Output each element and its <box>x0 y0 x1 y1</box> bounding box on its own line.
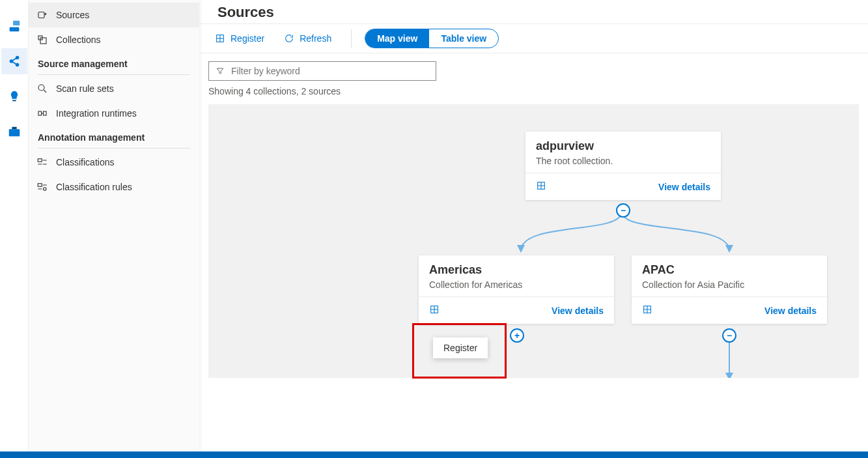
collections-icon <box>36 34 48 46</box>
divider <box>38 74 190 75</box>
map-view-button[interactable]: Map view <box>365 29 429 48</box>
rail-toolbox-icon[interactable] <box>1 119 27 145</box>
separator <box>351 29 352 48</box>
card-title: APAC <box>642 263 817 277</box>
svg-rect-8 <box>8 129 20 136</box>
expand-node-americas[interactable]: + <box>510 328 524 343</box>
register-glyph-icon[interactable] <box>642 304 652 317</box>
rail-lightbulb-icon[interactable] <box>1 83 27 109</box>
svg-rect-0 <box>9 27 19 31</box>
rail-share-icon[interactable] <box>1 48 27 74</box>
collection-card-americas[interactable]: Americas Collection for Americas View de… <box>419 255 614 324</box>
svg-line-6 <box>12 62 16 64</box>
sidebar: Sources Collections Source management Sc… <box>29 0 199 458</box>
page-title: Sources <box>199 0 868 23</box>
divider <box>38 148 190 149</box>
svg-rect-9 <box>12 127 16 130</box>
svg-line-5 <box>12 58 16 61</box>
card-title: Americas <box>429 263 604 277</box>
svg-rect-14 <box>38 111 42 115</box>
svg-marker-23 <box>725 373 733 378</box>
result-count: Showing 4 collections, 2 sources <box>199 85 868 98</box>
collapse-node-apac[interactable]: − <box>722 328 736 343</box>
card-subtitle: The root collection. <box>536 156 710 166</box>
svg-rect-7 <box>12 100 16 102</box>
sidebar-item-scan-rule-sets[interactable]: Scan rule sets <box>29 76 199 101</box>
sidebar-label: Scan rule sets <box>56 83 114 94</box>
svg-marker-20 <box>517 245 525 253</box>
filter-input[interactable] <box>231 66 429 76</box>
svg-rect-10 <box>38 12 44 18</box>
filter-bar <box>199 53 868 85</box>
sidebar-header-annotation: Annotation management <box>29 126 199 147</box>
svg-rect-12 <box>40 38 46 44</box>
register-glyph-icon[interactable] <box>429 304 440 317</box>
svg-rect-16 <box>38 159 42 162</box>
svg-marker-21 <box>725 245 733 253</box>
table-view-button[interactable]: Table view <box>429 29 498 48</box>
sidebar-label: Collections <box>56 35 100 45</box>
sidebar-item-collections[interactable]: Collections <box>29 27 199 52</box>
card-subtitle: Collection for Americas <box>429 279 604 290</box>
refresh-button[interactable]: Refresh <box>277 29 338 48</box>
view-details-link[interactable]: View details <box>658 182 710 192</box>
integration-icon <box>36 107 48 119</box>
view-toggle: Map view Table view <box>365 29 499 48</box>
main: Sources Register Refresh Map view Table … <box>199 0 868 458</box>
filter-container[interactable] <box>208 61 436 81</box>
svg-rect-15 <box>44 111 47 115</box>
sidebar-item-classification-rules[interactable]: Classification rules <box>29 175 199 199</box>
svg-point-18 <box>44 188 47 191</box>
classifications-icon <box>36 156 48 168</box>
register-icon <box>215 33 225 44</box>
sidebar-item-integration-runtimes[interactable]: Integration runtimes <box>29 101 199 126</box>
svg-rect-1 <box>13 21 20 25</box>
register-button[interactable]: Register <box>208 29 271 48</box>
sidebar-header-source-mgmt: Source management <box>29 52 199 73</box>
left-rail <box>0 0 29 458</box>
collection-card-root[interactable]: adpurview The root collection. View deta… <box>525 132 721 200</box>
sidebar-label: Classification rules <box>56 182 132 192</box>
register-glyph-icon[interactable] <box>536 180 546 193</box>
sidebar-item-classifications[interactable]: Classifications <box>29 150 199 175</box>
svg-rect-17 <box>38 184 42 187</box>
register-flyout[interactable]: Register <box>433 337 488 358</box>
map-canvas[interactable]: adpurview The root collection. View deta… <box>208 104 859 378</box>
svg-point-13 <box>38 85 44 91</box>
toolbar: Register Refresh Map view Table view <box>199 23 868 53</box>
rail-datamap-icon[interactable] <box>1 13 27 39</box>
sources-icon <box>36 9 48 21</box>
view-details-link[interactable]: View details <box>552 306 604 316</box>
view-details-link[interactable]: View details <box>764 306 817 316</box>
sidebar-label: Sources <box>56 10 89 20</box>
footer-bar <box>0 451 868 458</box>
sidebar-item-sources[interactable]: Sources <box>29 3 199 27</box>
card-subtitle: Collection for Asia Pacific <box>642 279 817 290</box>
filter-icon <box>216 66 225 76</box>
refresh-icon <box>284 33 294 44</box>
collapse-node-root[interactable]: − <box>616 203 630 218</box>
card-title: adpurview <box>536 139 710 153</box>
sidebar-label: Classifications <box>56 157 114 167</box>
collection-card-apac[interactable]: APAC Collection for Asia Pacific View de… <box>632 255 827 324</box>
sidebar-label: Integration runtimes <box>56 108 137 119</box>
scan-icon <box>36 83 48 94</box>
classification-rules-icon <box>36 181 48 193</box>
